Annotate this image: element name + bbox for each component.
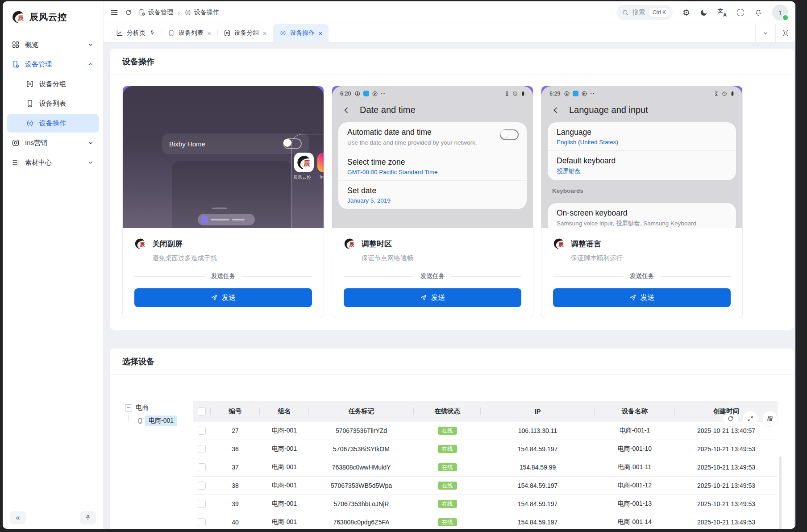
select-all-checkbox[interactable]: [198, 407, 206, 416]
notification-pill: [198, 214, 255, 225]
tree-node-root[interactable]: 电商: [125, 403, 177, 412]
sidebar-collapse-button[interactable]: «: [10, 511, 26, 524]
sidebar-item-device-group[interactable]: 设备分组: [7, 75, 99, 93]
status-badge: 在线: [438, 500, 457, 508]
header-actions: 搜索 Ctrl K ⚙ 文A 1: [616, 4, 788, 21]
breadcrumb-item-device-manage[interactable]: 设备管理: [138, 8, 173, 17]
send-button[interactable]: 发送: [344, 288, 521, 307]
menu-toggle-button[interactable]: [110, 8, 119, 17]
settings-item-value: English (United States): [557, 139, 727, 145]
settings-item-desc: Samsung voice input, 投屏键盘, Samsung Keybo…: [557, 220, 702, 228]
table-cell: 电商-001-13: [595, 495, 675, 513]
breadcrumb: 设备管理 设备操作: [138, 8, 219, 17]
row-checkbox[interactable]: [198, 482, 206, 490]
bixby-label: Bixby Home: [169, 140, 283, 148]
tab-device-ops[interactable]: 设备操作×: [273, 24, 329, 42]
tab-bar: 分析页设备列表×设备分组×设备操作×: [104, 24, 795, 42]
settings-button[interactable]: ⚙: [682, 8, 690, 17]
page-content: 设备操作 Bixby Home辰辰风云控Ins辰关闭副屏避免桌面过多造成干扰发送…: [104, 42, 795, 529]
column-header[interactable]: 任务标记: [309, 401, 414, 422]
table-row[interactable]: 37电商-001763808c0wwHMuldY在线154.84.59.99电商…: [193, 458, 778, 477]
toggle-off[interactable]: [500, 129, 519, 140]
sidebar-item-ins-marketing[interactable]: Ins营销: [7, 133, 99, 152]
settings-item[interactable]: Default keyboard投屏键盘: [548, 150, 736, 180]
pin-icon[interactable]: [149, 30, 155, 36]
task-title: 调整时区: [362, 239, 392, 249]
table-cell: 2025-10-21 13:49:53: [675, 477, 778, 495]
tab-device-list[interactable]: 设备列表×: [162, 24, 217, 42]
sidebar-item-material-center[interactable]: 素材中心: [7, 153, 99, 172]
column-header[interactable]: 设备名称: [595, 401, 675, 422]
send-button[interactable]: 发送: [553, 288, 731, 307]
task-title: 关闭副屏: [152, 239, 183, 249]
fullscreen-button[interactable]: [736, 8, 745, 17]
table-row[interactable]: 27电商-001570673536TllrYZd在线106.113.30.11电…: [193, 422, 778, 440]
tree-collapse-icon[interactable]: [125, 404, 132, 411]
theme-toggle-button[interactable]: [700, 8, 708, 17]
search-input[interactable]: 搜索 Ctrl K: [616, 5, 673, 20]
table-cell: 2025-10-21 13:49:53: [675, 513, 778, 529]
table-row[interactable]: 36电商-00157067353BiSYtkOM在线154.84.59.197电…: [193, 440, 778, 458]
close-icon[interactable]: ×: [319, 30, 323, 37]
tab-label: 设备操作: [290, 29, 315, 37]
row-checkbox[interactable]: [198, 518, 206, 526]
sidebar-item-device-manage[interactable]: 设备管理: [7, 55, 99, 74]
settings-item[interactable]: Set dateJanuary 5, 2019: [338, 180, 527, 209]
row-checkbox[interactable]: [198, 500, 206, 508]
sidebar-item-overview[interactable]: 概览: [7, 35, 99, 54]
table-cell: 电商-001: [260, 477, 309, 495]
phone-icon: [26, 100, 34, 108]
row-checkbox[interactable]: [198, 427, 206, 435]
refresh-button[interactable]: [125, 9, 132, 16]
table-cell: 763808c0wwHMuldY: [309, 458, 414, 476]
notifications-button[interactable]: [754, 8, 762, 17]
column-header[interactable]: 创建时间: [675, 401, 778, 422]
sidebar-pin-button[interactable]: [80, 511, 96, 524]
instagram-icon: [12, 139, 20, 147]
close-icon[interactable]: ×: [207, 30, 211, 37]
settings-item[interactable]: Automatic date and timeUse the date and …: [338, 122, 527, 152]
task-subtitle: 避免桌面过多造成干扰: [152, 254, 312, 262]
back-icon[interactable]: [342, 106, 351, 115]
sidebar-item-device-ops[interactable]: 设备操作: [7, 114, 99, 133]
sidebar-menu: 概览设备管理设备分组设备列表设备操作Ins营销素材中心: [3, 34, 103, 173]
table-row[interactable]: 39电商-00157067353hbLoJNjR在线154.84.59.197电…: [193, 495, 778, 513]
settings-item[interactable]: LanguageEnglish (United States): [548, 122, 736, 150]
column-header[interactable]: 在线状态: [414, 401, 481, 422]
column-header[interactable]: 组名: [260, 401, 309, 422]
refresh-view-button[interactable]: [775, 24, 795, 42]
table-row[interactable]: 38电商-00157067353WB5d5Wpa在线154.84.59.197电…: [193, 477, 778, 495]
table-cell: 57067353hbLoJNjR: [309, 495, 414, 513]
column-header[interactable]: IP: [481, 401, 595, 422]
tree-node-child[interactable]: 电商-001: [128, 415, 177, 427]
tab-analysis[interactable]: 分析页: [110, 24, 162, 42]
notification-line: [212, 208, 227, 209]
back-icon[interactable]: [551, 106, 560, 115]
table-row[interactable]: 40电商-001763808c0pdg6Z5FA在线154.84.59.197电…: [193, 513, 778, 529]
close-icon[interactable]: ×: [263, 30, 267, 37]
user-avatar[interactable]: 1: [772, 4, 788, 21]
sidebar-item-device-list[interactable]: 设备列表: [7, 94, 99, 113]
task-cards: Bixby Home辰辰风云控Ins辰关闭副屏避免桌面过多造成干扰发送任务发送6…: [110, 75, 794, 330]
table-cell: 154.84.59.197: [481, 495, 595, 513]
column-header[interactable]: 编号: [211, 401, 260, 422]
settings-item[interactable]: On-screen keyboardSamsung voice input, 投…: [548, 203, 736, 228]
tree-child-label[interactable]: 电商-001: [145, 416, 177, 426]
table-cell: 电商-001: [260, 513, 309, 529]
sidebar-item-label: 设备管理: [25, 60, 82, 69]
settings-item[interactable]: Select time zoneGMT-08:00 Pacific Standa…: [338, 152, 527, 180]
chevron-down-icon: [762, 29, 769, 37]
table-cell: 电商-001-1: [595, 422, 675, 440]
tab-device-group[interactable]: 设备分组×: [217, 24, 273, 42]
send-button[interactable]: 发送: [134, 288, 312, 307]
language-button[interactable]: 文A: [718, 8, 727, 17]
table-cell: 570673536TllrYZd: [309, 422, 414, 440]
task-subtitle: 保证脚本顺利运行: [571, 254, 731, 262]
row-checkbox[interactable]: [198, 463, 206, 471]
tab-list-dropdown-button[interactable]: [755, 24, 775, 42]
table-cell: 电商-001-10: [595, 440, 675, 458]
sidebar-item-label: 设备分组: [39, 80, 94, 88]
table-scrollbar[interactable]: [779, 457, 782, 529]
breadcrumb-item-device-ops[interactable]: 设备操作: [184, 8, 219, 17]
row-checkbox[interactable]: [198, 445, 206, 453]
